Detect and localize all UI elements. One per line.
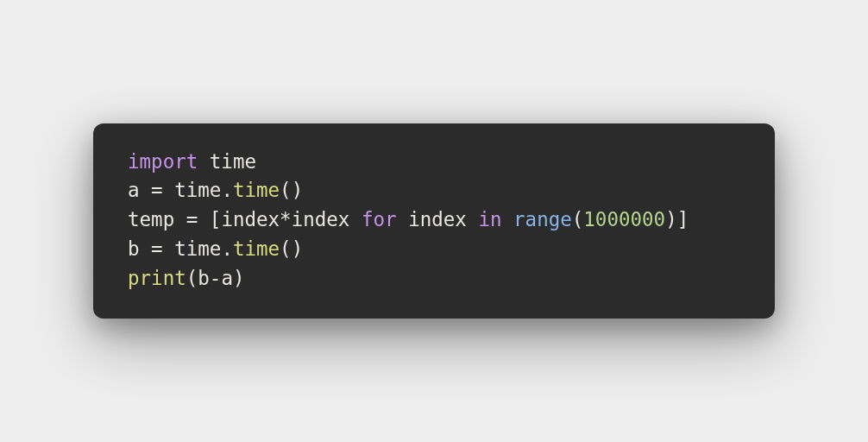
code-block: import time a = time.time() temp = [inde… [93,123,775,319]
minus: - [210,267,222,289]
number-literal: 1000000 [583,208,665,230]
object-time: time [174,237,221,260]
space [198,208,210,230]
space [502,208,514,230]
space [397,208,409,230]
var-b: b [198,267,210,289]
left-paren: ( [186,267,198,289]
dot: . [221,237,233,260]
left-bracket: [ [210,208,222,230]
var-b: b [128,237,140,260]
module-time: time [210,150,256,173]
equals: = [151,179,163,201]
keyword-for: for [362,208,397,230]
space [163,237,175,260]
keyword-in: in [478,208,501,230]
star: * [280,208,292,230]
right-paren: ) [665,208,677,230]
right-paren: ) [233,267,245,289]
method-time: time [233,237,280,260]
builtin-range: range [513,208,572,230]
builtin-print: print [128,267,186,289]
left-paren: ( [572,208,584,230]
method-time: time [233,179,280,201]
keyword-import: import [128,150,198,173]
parens: () [280,179,303,201]
var-index: index [292,208,350,230]
equals: = [186,208,198,230]
parens: () [280,237,303,260]
equals: = [151,237,163,260]
var-index: index [221,208,280,230]
space [174,208,186,230]
space [163,179,175,201]
var-temp: temp [128,208,174,230]
object-time: time [174,179,221,201]
loopvar-index: index [408,208,467,230]
space [140,237,152,260]
space [198,150,210,173]
right-bracket: ] [677,208,689,230]
code-content: import time a = time.time() temp = [inde… [128,148,740,294]
space [467,208,479,230]
space [140,179,152,201]
dot: . [221,179,233,201]
var-a: a [128,179,140,201]
var-a: a [221,267,233,289]
space [349,208,362,230]
